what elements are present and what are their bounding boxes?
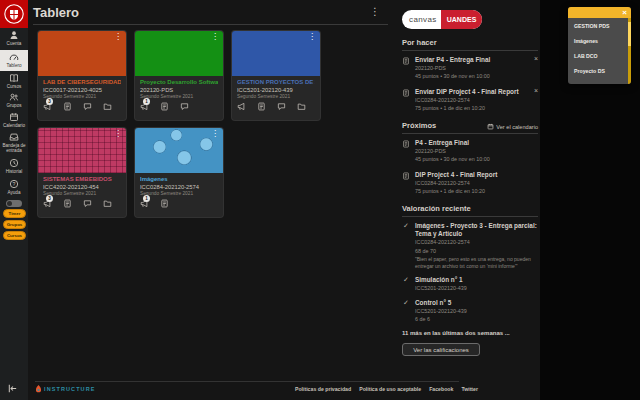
- inbox-icon: [9, 132, 19, 142]
- uandes-logo[interactable]: [0, 0, 28, 28]
- sidebar-item-cursos[interactable]: Cursos: [0, 73, 28, 89]
- assignments-icon[interactable]: [160, 199, 169, 208]
- feedback-item-title[interactable]: Simulación n° 1: [415, 276, 538, 284]
- course-card-term: Segundo Semestre 2021: [140, 191, 218, 196]
- feedback-more-text: 11 más en las últimas dos semanas ...: [402, 330, 538, 336]
- announcements-icon[interactable]: 1: [140, 102, 149, 111]
- close-icon[interactable]: ×: [622, 7, 627, 18]
- svg-text:?: ?: [13, 181, 16, 187]
- popup-item[interactable]: GESTION PDS: [568, 18, 631, 33]
- view-calendar-link[interactable]: Ver el calendario: [487, 123, 538, 130]
- assignments-icon[interactable]: [63, 102, 72, 111]
- assignments-icon[interactable]: [257, 102, 266, 111]
- dismiss-icon[interactable]: ×: [534, 55, 538, 62]
- page-title: Tablero: [33, 5, 79, 20]
- announcements-icon[interactable]: [237, 102, 246, 111]
- course-card-title[interactable]: LAB DE CIBERSEGURIDAD OFEN: [43, 79, 121, 85]
- upcoming-item-title[interactable]: P4 - Entrega Final: [415, 139, 528, 147]
- collapse-nav-icon[interactable]: [7, 383, 18, 394]
- view-grades-button[interactable]: Ver las calificaciones: [402, 343, 480, 356]
- announcements-icon[interactable]: 1: [140, 199, 149, 208]
- feedback-item-title[interactable]: Imágenes - Proyecto 3 - Entrega parcial:…: [415, 222, 538, 238]
- sidebar-item-grupos[interactable]: Grupos: [0, 92, 28, 108]
- feedback-heading: Valoración reciente: [402, 204, 538, 213]
- todo-item: Enviar DIP Project 4 - Final Report ICC0…: [402, 88, 538, 113]
- assignment-icon: [402, 57, 410, 65]
- upcoming-item: P4 - Entrega Final 202120-PDS 45 puntos …: [402, 139, 538, 164]
- card-menu-icon[interactable]: ⋮: [114, 129, 122, 138]
- canvas-uandes-logo: canvas UANDES: [402, 10, 482, 29]
- course-card-code: ICC0017-202120-4025: [43, 87, 121, 93]
- feedback-item-title[interactable]: Control n° 5: [415, 299, 538, 307]
- check-icon: ✓: [403, 222, 409, 230]
- upcoming-item-title[interactable]: DIP Project 4 - Final Report: [415, 171, 528, 179]
- feedback-item: ✓ Simulación n° 1 ICC5201-202120-439: [402, 276, 538, 292]
- sidebar-item-historial[interactable]: Historial: [0, 158, 28, 174]
- pill-button-cursos[interactable]: Cursos: [3, 231, 26, 240]
- sidebar-item-cuenta[interactable]: Cuenta: [0, 30, 28, 46]
- discussions-icon[interactable]: [83, 102, 92, 111]
- course-card[interactable]: ⋮ Imágenes ICC0284-202120-2574 Segundo S…: [135, 128, 223, 217]
- card-menu-icon[interactable]: ⋮: [211, 129, 219, 138]
- pill-button-grupos[interactable]: Grupos: [3, 220, 26, 229]
- course-card-title[interactable]: SISTEMAS EMBEBIDOS: [43, 176, 121, 182]
- sidebar-item-label: Tablero: [6, 63, 21, 68]
- course-card-term: Segundo Semestre 2021: [237, 94, 315, 99]
- sidebar-item-calendario[interactable]: Calendario: [0, 112, 28, 128]
- popup-scrollbar-thumb[interactable]: [628, 22, 631, 46]
- card-menu-icon[interactable]: ⋮: [211, 32, 219, 41]
- popup-item[interactable]: Proyecto DS: [568, 63, 631, 78]
- section-divider: [402, 133, 538, 134]
- announcements-icon[interactable]: 3: [43, 199, 52, 208]
- course-card-image: ⋮: [135, 128, 223, 173]
- card-menu-icon[interactable]: ⋮: [114, 32, 122, 41]
- feedback-item: ✓ Control n° 5 ICC5201-202120-439 6 de 6: [402, 299, 538, 324]
- assignments-icon[interactable]: [63, 199, 72, 208]
- footer-link-privacy[interactable]: Políticas de privacidad: [295, 386, 351, 392]
- files-icon[interactable]: [297, 102, 306, 111]
- todo-item-meta: 45 puntos • 30 de nov en 10:00: [415, 73, 528, 80]
- right-sidebar: canvas UANDES Por hacer Enviar P4 - Entr…: [402, 8, 538, 356]
- footer-link-twitter[interactable]: Twitter: [461, 386, 478, 392]
- dark-mode-toggle[interactable]: [6, 200, 22, 207]
- upcoming-item: DIP Project 4 - Final Report ICC0284-202…: [402, 171, 538, 196]
- assignments-icon[interactable]: [160, 102, 169, 111]
- footer-link-acceptable-use[interactable]: Política de uso aceptable: [359, 386, 421, 392]
- user-icon: [9, 30, 19, 40]
- sidebar-item-bandeja-de-entrada[interactable]: Bandeja de entrada: [0, 132, 28, 154]
- assignment-icon: [402, 140, 410, 148]
- footer-link-facebook[interactable]: Facebook: [429, 386, 453, 392]
- book-icon: [9, 73, 19, 83]
- course-card-image: ⋮: [38, 128, 126, 173]
- discussions-icon[interactable]: [180, 102, 189, 111]
- instructure-flame-icon: [35, 385, 42, 393]
- course-card[interactable]: ⋮ LAB DE CIBERSEGURIDAD OFEN ICC0017-202…: [38, 31, 126, 120]
- card-menu-icon[interactable]: ⋮: [308, 32, 316, 41]
- instructure-logo[interactable]: INSTRUCTURE: [35, 385, 96, 393]
- announcements-icon[interactable]: 3: [43, 102, 52, 111]
- popup-item[interactable]: LAB DCO: [568, 48, 631, 63]
- sidebar-item-tablero[interactable]: Tablero: [0, 50, 28, 71]
- course-card[interactable]: ⋮ GESTION PROYECTOS DE SOFT ICC5201-2021…: [232, 31, 320, 120]
- todo-item-title[interactable]: Enviar DIP Project 4 - Final Report: [415, 88, 528, 96]
- course-card-code: ICC4202-202120-454: [43, 184, 121, 190]
- course-card-title[interactable]: GESTION PROYECTOS DE SOFT: [237, 79, 315, 85]
- popup-item[interactable]: Imágenes: [568, 33, 631, 48]
- discussions-icon[interactable]: [83, 199, 92, 208]
- course-card-title[interactable]: Proyecto Desarrollo Software: [140, 79, 218, 85]
- course-card[interactable]: ⋮ Proyecto Desarrollo Software 202120-PD…: [135, 31, 223, 120]
- sidebar-item-label: Historial: [6, 169, 23, 174]
- files-icon[interactable]: [103, 199, 112, 208]
- todo-item: Enviar P4 - Entrega Final 202120-PDS 45 …: [402, 56, 538, 81]
- discussions-icon[interactable]: [277, 102, 286, 111]
- popup-scrollbar[interactable]: [628, 18, 631, 84]
- sidebar-item-ayuda[interactable]: ? Ayuda: [0, 179, 28, 195]
- pill-button-timer[interactable]: Timer: [3, 209, 26, 218]
- header-divider: [33, 24, 388, 25]
- files-icon[interactable]: [103, 102, 112, 111]
- todo-item-title[interactable]: Enviar P4 - Entrega Final: [415, 56, 528, 64]
- dashboard-options-icon[interactable]: ⋮: [370, 6, 380, 17]
- course-card-title[interactable]: Imágenes: [140, 176, 218, 182]
- course-card[interactable]: ⋮ SISTEMAS EMBEBIDOS ICC4202-202120-454 …: [38, 128, 126, 217]
- dismiss-icon[interactable]: ×: [534, 87, 538, 94]
